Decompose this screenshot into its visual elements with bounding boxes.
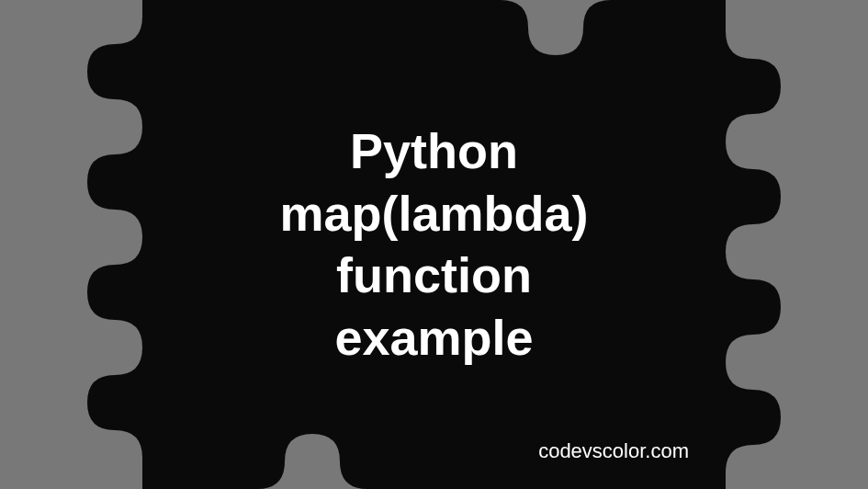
content-area: Python map(lambda) function example	[0, 0, 868, 489]
banner-title: Python map(lambda) function example	[279, 120, 588, 369]
banner-container: Python map(lambda) function example code…	[0, 0, 868, 489]
watermark-text: codevscolor.com	[538, 439, 689, 463]
